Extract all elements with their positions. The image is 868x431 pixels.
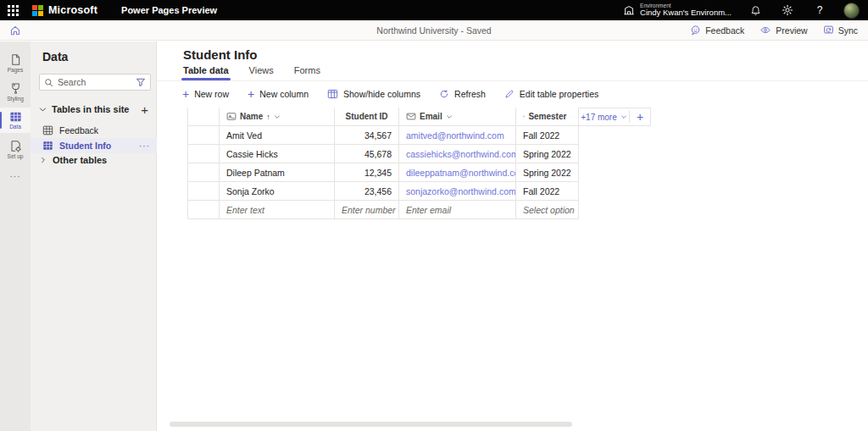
microsoft-brand-text: Microsoft bbox=[48, 4, 97, 16]
notifications-button[interactable] bbox=[747, 2, 764, 19]
row-selector[interactable] bbox=[188, 145, 220, 163]
table-toolbar: + New row + New column Show/hide columns… bbox=[182, 88, 598, 100]
refresh-button[interactable]: Refresh bbox=[439, 89, 486, 99]
row-selector[interactable] bbox=[188, 126, 220, 144]
rail-label-pages: Pages bbox=[8, 67, 23, 73]
tab-forms[interactable]: Forms bbox=[294, 65, 320, 80]
cell-student-id[interactable]: 45,678 bbox=[335, 145, 399, 163]
table-row: Sonja Zorko 23,456 sonjazorko@northwind.… bbox=[188, 182, 579, 201]
column-email-label: Email bbox=[420, 112, 442, 121]
microsoft-logo[interactable] bbox=[32, 5, 43, 16]
new-cell-student-id[interactable]: Enter number bbox=[335, 201, 399, 218]
settings-button[interactable] bbox=[779, 2, 796, 19]
column-header-name[interactable]: Name ↑ bbox=[220, 108, 335, 125]
new-column-button[interactable]: + New column bbox=[248, 88, 309, 100]
filter-icon[interactable] bbox=[136, 77, 146, 87]
column-header-email[interactable]: Email bbox=[399, 108, 516, 125]
environment-icon bbox=[623, 4, 635, 16]
app-launcher-icon[interactable] bbox=[0, 0, 25, 20]
tab-table-data[interactable]: Table data bbox=[183, 65, 229, 80]
show-hide-label: Show/hide columns bbox=[343, 89, 420, 99]
tab-views[interactable]: Views bbox=[249, 65, 274, 80]
help-button[interactable]: ? bbox=[811, 2, 828, 19]
cell-email-link[interactable]: cassiehicks@northwind.com bbox=[399, 145, 516, 163]
gear-icon bbox=[782, 4, 793, 16]
search-box bbox=[39, 74, 151, 91]
chevron-down-icon bbox=[274, 113, 281, 120]
cell-semester[interactable]: Spring 2022 bbox=[516, 163, 579, 181]
top-app-bar: Microsoft Power Pages Preview Environmen… bbox=[0, 0, 868, 20]
table-item-label: Feedback bbox=[59, 125, 98, 135]
pencil-icon bbox=[504, 89, 515, 99]
cell-name[interactable]: Sonja Zorko bbox=[220, 182, 335, 200]
rail-item-setup[interactable]: Set up bbox=[0, 136, 31, 162]
add-column-button[interactable]: + bbox=[630, 108, 650, 125]
preview-button[interactable]: Preview bbox=[760, 25, 807, 36]
preview-label: Preview bbox=[776, 25, 807, 36]
column-name-label: Name bbox=[240, 112, 263, 121]
pages-icon bbox=[9, 53, 22, 66]
new-cell-email[interactable]: Enter email bbox=[399, 201, 516, 218]
chevron-down-icon bbox=[39, 106, 47, 113]
data-panel: Data Tables in this site + Feedback bbox=[31, 41, 157, 431]
new-row-button[interactable]: + New row bbox=[182, 88, 229, 100]
other-tables-label: Other tables bbox=[53, 155, 107, 165]
row-selector[interactable] bbox=[188, 163, 220, 181]
feedback-smiley-icon bbox=[690, 25, 701, 36]
cell-student-id[interactable]: 23,456 bbox=[335, 182, 399, 200]
tables-section-header[interactable]: Tables in this site + bbox=[31, 101, 157, 118]
app-title: Power Pages Preview bbox=[121, 5, 217, 15]
row-selector[interactable] bbox=[188, 182, 220, 200]
show-hide-columns-button[interactable]: Show/hide columns bbox=[327, 89, 420, 99]
grid-header-row: Name ↑ Student ID bbox=[188, 108, 579, 126]
refresh-icon bbox=[439, 89, 449, 99]
chevron-down-icon bbox=[446, 113, 453, 120]
horizontal-scrollbar[interactable] bbox=[170, 422, 572, 427]
rail-item-pages[interactable]: Pages bbox=[0, 50, 31, 75]
feedback-button[interactable]: Feedback bbox=[690, 25, 744, 36]
add-table-button[interactable]: + bbox=[141, 103, 148, 116]
cell-name[interactable]: Amit Ved bbox=[220, 126, 335, 144]
row-selector-header[interactable] bbox=[188, 108, 220, 125]
cell-semester[interactable]: Fall 2022 bbox=[516, 182, 579, 200]
column-header-student-id[interactable]: Student ID bbox=[335, 108, 399, 125]
command-header: Northwind University - Saved Feedback Pr… bbox=[0, 20, 868, 41]
feedback-label: Feedback bbox=[705, 25, 744, 36]
cell-student-id[interactable]: 12,345 bbox=[335, 163, 399, 181]
row-selector[interactable] bbox=[188, 201, 220, 218]
rail-more-button[interactable]: ··· bbox=[0, 172, 31, 181]
column-semester-label: Semester bbox=[528, 112, 566, 121]
search-input[interactable] bbox=[58, 77, 131, 87]
cell-semester[interactable]: Fall 2022 bbox=[516, 126, 579, 144]
plus-icon: + bbox=[182, 88, 189, 100]
table-filled-icon bbox=[42, 141, 53, 151]
tab-divider bbox=[157, 80, 868, 81]
cell-email-link[interactable]: sonjazorko@northwind.com bbox=[399, 182, 516, 200]
tables-section-title: Tables in this site bbox=[52, 104, 136, 114]
panel-title: Data bbox=[42, 50, 156, 64]
more-columns-button[interactable]: +17 more bbox=[579, 108, 629, 125]
user-avatar[interactable] bbox=[843, 3, 860, 19]
new-row-entry: Enter text Enter number Enter email Sele… bbox=[188, 201, 579, 219]
rail-label-setup: Set up bbox=[8, 153, 24, 159]
environment-picker[interactable]: Environment Cindy Kwan's Environm... bbox=[623, 3, 732, 18]
table-item-label: Student Info bbox=[59, 141, 111, 151]
cell-student-id[interactable]: 34,567 bbox=[335, 126, 399, 144]
table-item-feedback[interactable]: Feedback bbox=[31, 123, 157, 138]
table-item-more-button[interactable]: ··· bbox=[139, 141, 150, 151]
rail-item-data[interactable]: Data bbox=[0, 108, 31, 133]
other-tables-section[interactable]: Other tables bbox=[31, 152, 157, 169]
edit-table-properties-button[interactable]: Edit table properties bbox=[504, 89, 598, 99]
cell-email-link[interactable]: amitved@northwind.com bbox=[399, 126, 516, 144]
column-header-semester[interactable]: Semester bbox=[516, 108, 579, 125]
new-cell-semester[interactable]: Select option bbox=[516, 201, 579, 218]
waffle-grid-icon bbox=[8, 5, 19, 16]
rail-item-styling[interactable]: Styling bbox=[0, 79, 31, 104]
cell-email-link[interactable]: dileeppatnam@northwind.com bbox=[399, 163, 516, 181]
cell-semester[interactable]: Spring 2022 bbox=[516, 145, 579, 163]
styling-icon bbox=[9, 82, 22, 95]
cell-name[interactable]: Dileep Patnam bbox=[220, 163, 335, 181]
new-cell-name[interactable]: Enter text bbox=[220, 201, 335, 218]
sync-button[interactable]: Sync bbox=[823, 25, 858, 36]
cell-name[interactable]: Cassie Hicks bbox=[220, 145, 335, 163]
